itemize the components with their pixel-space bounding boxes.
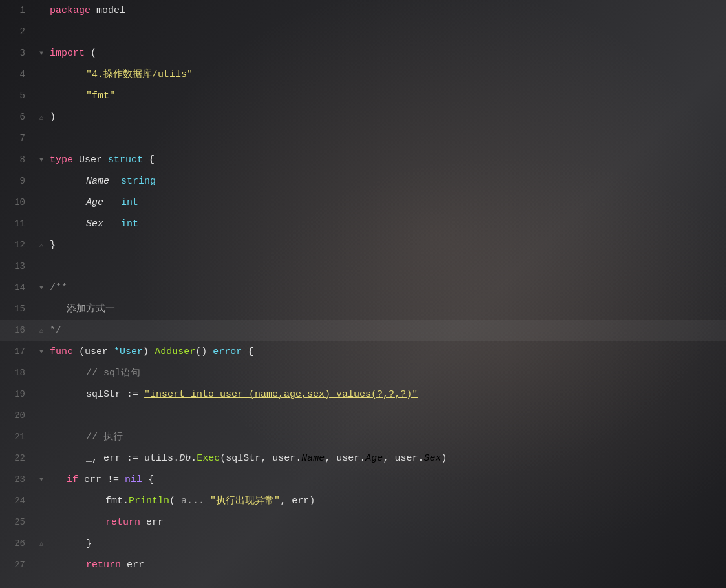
line-content-10: Age int xyxy=(47,192,726,213)
line-number-12: 12 xyxy=(0,235,36,256)
line-content-12: } xyxy=(47,235,726,256)
line-number-24: 24 xyxy=(0,490,36,512)
line-content-5: "fmt" xyxy=(47,85,726,107)
line-number-17: 17 xyxy=(0,341,36,362)
line-content-16: */ xyxy=(47,320,726,341)
line-content-27: return err xyxy=(47,554,726,576)
line-content-21: // 执行 xyxy=(47,426,726,448)
code-editor: 1 package model 2 3 ▼ import ( 4 "4.操作数据… xyxy=(0,0,726,588)
line-content-15: 添加方式一 xyxy=(47,299,726,320)
line-number-27: 27 xyxy=(0,554,36,576)
line-number-15: 15 xyxy=(0,299,36,320)
code-line-27: 27 return err xyxy=(0,554,726,576)
code-line-10: 10 Age int xyxy=(0,192,726,213)
line-number-26: 26 xyxy=(0,533,36,554)
code-line-21: 21 // 执行 xyxy=(0,426,726,448)
code-line-24: 24 fmt.Println( a... "执行出现异常", err) xyxy=(0,490,726,512)
line-number-20: 20 xyxy=(0,405,36,426)
code-line-7: 7 xyxy=(0,128,726,149)
line-number-6: 6 xyxy=(0,107,36,128)
code-line-19: 19 sqlStr := "insert into user (name,age… xyxy=(0,384,726,405)
line-number-10: 10 xyxy=(0,192,36,213)
line-content-23: if err != nil { xyxy=(47,469,726,490)
line-content-18: // sql语句 xyxy=(47,362,726,384)
line-number-2: 2 xyxy=(0,21,36,43)
line-number-4: 4 xyxy=(0,64,36,85)
line-content-8: type User struct { xyxy=(47,149,726,171)
line-number-11: 11 xyxy=(0,213,36,235)
fold-12[interactable]: △ xyxy=(36,235,47,256)
code-line-1: 1 package model xyxy=(0,0,726,21)
line-content-6: ) xyxy=(47,107,726,128)
code-line-12: 12 △ } xyxy=(0,235,726,256)
code-line-4: 4 "4.操作数据库/utils" xyxy=(0,64,726,85)
fold-3[interactable]: ▼ xyxy=(36,43,47,64)
code-line-23: 23 ▼ if err != nil { xyxy=(0,469,726,490)
line-number-13: 13 xyxy=(0,256,36,277)
fold-14[interactable]: ▼ xyxy=(36,277,47,299)
fold-17[interactable]: ▼ xyxy=(36,341,47,362)
line-content-11: Sex int xyxy=(47,213,726,235)
line-content-4: "4.操作数据库/utils" xyxy=(47,64,726,85)
fold-23[interactable]: ▼ xyxy=(36,469,47,490)
line-content-19: sqlStr := "insert into user (name,age,se… xyxy=(47,384,726,405)
line-content-26: } xyxy=(47,533,726,554)
line-number-25: 25 xyxy=(0,512,36,533)
fold-6[interactable]: △ xyxy=(36,107,47,128)
line-number-5: 5 xyxy=(0,85,36,107)
code-line-20: 20 xyxy=(0,405,726,426)
line-number-3: 3 xyxy=(0,43,36,64)
code-line-13: 13 xyxy=(0,256,726,277)
line-number-16: 16 xyxy=(0,320,36,341)
fold-16[interactable]: △ xyxy=(36,320,47,341)
line-number-9: 9 xyxy=(0,171,36,192)
line-number-18: 18 xyxy=(0,362,36,384)
code-line-5: 5 "fmt" xyxy=(0,85,726,107)
code-area: 1 package model 2 3 ▼ import ( 4 "4.操作数据… xyxy=(0,0,726,576)
code-line-22: 22 _, err := utils.Db.Exec(sqlStr, user.… xyxy=(0,448,726,469)
code-line-18: 18 // sql语句 xyxy=(0,362,726,384)
code-line-16: 16 △ */ xyxy=(0,320,726,341)
code-line-14: 14 ▼ /** xyxy=(0,277,726,299)
line-number-22: 22 xyxy=(0,448,36,469)
line-number-8: 8 xyxy=(0,149,36,171)
fold-8[interactable]: ▼ xyxy=(36,149,47,171)
code-line-26: 26 △ } xyxy=(0,533,726,554)
line-content-24: fmt.Println( a... "执行出现异常", err) xyxy=(47,490,726,512)
code-line-9: 9 Name string xyxy=(0,171,726,192)
line-content-17: func (user *User) Adduser() error { xyxy=(47,341,726,362)
line-content-14: /** xyxy=(47,277,726,299)
code-line-25: 25 return err xyxy=(0,512,726,533)
code-line-8: 8 ▼ type User struct { xyxy=(0,149,726,171)
line-number-23: 23 xyxy=(0,469,36,490)
fold-26[interactable]: △ xyxy=(36,533,47,554)
line-content-22: _, err := utils.Db.Exec(sqlStr, user.Nam… xyxy=(47,448,726,469)
code-line-17: 17 ▼ func (user *User) Adduser() error { xyxy=(0,341,726,362)
line-content-1: package model xyxy=(47,0,726,21)
code-line-2: 2 xyxy=(0,21,726,43)
line-number-19: 19 xyxy=(0,384,36,405)
line-number-14: 14 xyxy=(0,277,36,299)
code-line-11: 11 Sex int xyxy=(0,213,726,235)
code-line-3: 3 ▼ import ( xyxy=(0,43,726,64)
line-number-21: 21 xyxy=(0,426,36,448)
line-content-9: Name string xyxy=(47,171,726,192)
line-number-7: 7 xyxy=(0,128,36,149)
code-line-15: 15 添加方式一 xyxy=(0,299,726,320)
line-content-25: return err xyxy=(47,512,726,533)
code-line-6: 6 △ ) xyxy=(0,107,726,128)
line-content-3: import ( xyxy=(47,43,726,64)
line-number-1: 1 xyxy=(0,0,36,21)
